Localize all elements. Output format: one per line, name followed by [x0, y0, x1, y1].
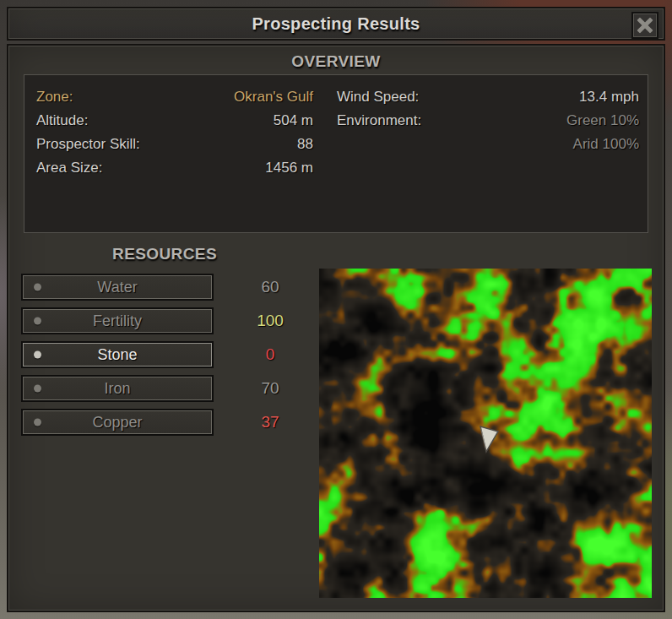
- zone-value: Okran's Gulf: [234, 85, 313, 109]
- overview-row-wind-speed: Wind Speed: 13.4 mph: [337, 85, 639, 109]
- water-label: Water: [97, 279, 137, 296]
- stone-button[interactable]: Stone: [21, 341, 214, 368]
- area-size-label: Area Size:: [36, 156, 102, 180]
- stone-value: 0: [228, 341, 312, 368]
- stone-label: Stone: [97, 346, 137, 364]
- game-screen: { "window": { "title": "Prospecting Resu…: [0, 0, 672, 619]
- environment-arid-value: Arid 100%: [573, 133, 639, 156]
- close-button[interactable]: [631, 12, 658, 39]
- radio-dot-icon: [34, 385, 41, 393]
- resource-list: Water 60 Fertility 100 Stone 0: [21, 274, 325, 443]
- overview-row-arid: Arid 100%: [337, 133, 639, 156]
- overview-row-zone: Zone: Okran's Gulf: [36, 85, 313, 109]
- resource-map-canvas: [319, 269, 652, 598]
- water-button[interactable]: Water: [21, 274, 214, 301]
- resource-row-copper: Copper 37: [21, 409, 325, 436]
- page-title: Prospecting Results: [252, 14, 420, 34]
- resource-row-water: Water 60: [21, 274, 325, 301]
- radio-dot-icon: [34, 419, 41, 426]
- resource-row-stone: Stone 0: [21, 341, 325, 368]
- prospector-skill-value: 88: [297, 133, 313, 156]
- environment-green-value: Green 10%: [566, 109, 639, 133]
- overview-row-prospector-skill: Prospector Skill: 88: [36, 133, 313, 156]
- overview-row-altitude: Altitude: 504 m: [36, 109, 313, 133]
- resource-map: [319, 269, 652, 598]
- water-value: 60: [228, 274, 312, 301]
- radio-dot-icon: [34, 284, 41, 291]
- iron-value: 70: [228, 375, 312, 402]
- close-icon: [637, 18, 653, 33]
- wind-speed-value: 13.4 mph: [579, 85, 639, 109]
- overview-left-column: Zone: Okran's Gulf Altitude: 504 m Prosp…: [24, 75, 322, 232]
- resources-heading: RESOURCES: [21, 245, 308, 263]
- overview-box: Zone: Okran's Gulf Altitude: 504 m Prosp…: [24, 74, 648, 233]
- resource-row-iron: Iron 70: [21, 375, 325, 402]
- overview-row-environment: Environment: Green 10%: [337, 109, 639, 133]
- zone-label: Zone:: [36, 85, 73, 109]
- fertility-label: Fertility: [93, 312, 142, 330]
- radio-dot-icon: [34, 318, 41, 325]
- title-bar: Prospecting Results: [7, 7, 665, 41]
- copper-label: Copper: [92, 414, 142, 432]
- prospecting-results-dialog: Prospecting Results OVERVIEW Zone: Okran…: [7, 7, 665, 612]
- prospector-skill-label: Prospector Skill:: [36, 133, 140, 156]
- copper-button[interactable]: Copper: [21, 409, 214, 436]
- fertility-value: 100: [228, 307, 312, 334]
- overview-heading: OVERVIEW: [8, 52, 664, 71]
- area-size-value: 1456 m: [265, 156, 313, 180]
- altitude-value: 504 m: [274, 109, 313, 133]
- dialog-body: OVERVIEW Zone: Okran's Gulf Altitude: 50…: [7, 44, 665, 612]
- overview-row-area-size: Area Size: 1456 m: [36, 156, 313, 180]
- iron-label: Iron: [104, 380, 130, 398]
- wind-speed-label: Wind Speed:: [337, 85, 419, 109]
- fertility-button[interactable]: Fertility: [21, 307, 214, 334]
- resource-row-fertility: Fertility 100: [21, 307, 325, 334]
- iron-button[interactable]: Iron: [21, 375, 214, 402]
- copper-value: 37: [228, 409, 312, 436]
- environment-label: Environment:: [337, 109, 421, 133]
- altitude-label: Altitude:: [36, 109, 88, 133]
- radio-dot-icon: [34, 351, 41, 359]
- overview-right-column: Wind Speed: 13.4 mph Environment: Green …: [322, 75, 648, 232]
